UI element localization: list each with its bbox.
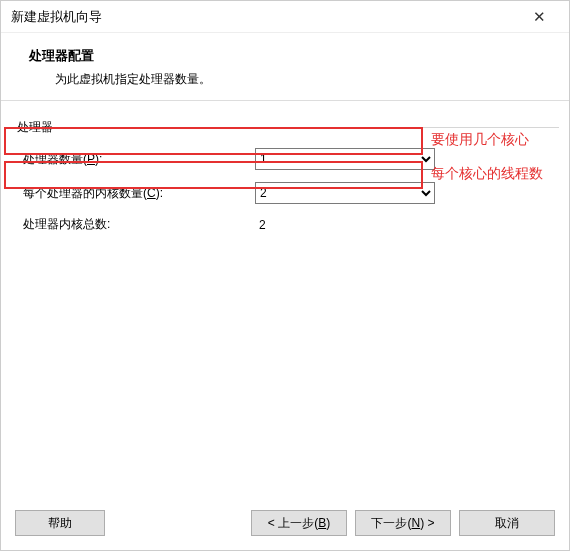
processor-count-label: 处理器数量(P): xyxy=(17,151,255,168)
titlebar: 新建虚拟机向导 ✕ xyxy=(1,1,569,33)
group-legend: 处理器 xyxy=(17,119,57,136)
wizard-header: 处理器配置 为此虚拟机指定处理器数量。 xyxy=(1,33,569,100)
help-button[interactable]: 帮助 xyxy=(15,510,105,536)
row-total-cores: 处理器内核总数: 2 xyxy=(17,216,559,233)
row-cores-per-processor: 每个处理器的内核数量(C): 2 xyxy=(17,182,559,204)
cores-per-processor-select[interactable]: 2 xyxy=(255,182,435,204)
total-cores-label: 处理器内核总数: xyxy=(17,216,255,233)
content-area: 处理器 处理器数量(P): 1 每个处理器的内核数量(C): 2 xyxy=(1,101,569,498)
page-title: 处理器配置 xyxy=(29,47,553,65)
window-title: 新建虚拟机向导 xyxy=(11,8,519,26)
close-icon[interactable]: ✕ xyxy=(519,8,559,26)
cores-per-processor-label: 每个处理器的内核数量(C): xyxy=(17,185,255,202)
page-subtitle: 为此虚拟机指定处理器数量。 xyxy=(29,71,553,88)
button-bar: 帮助 < 上一步(B) 下一步(N) > 取消 xyxy=(1,498,569,550)
wizard-window: 新建虚拟机向导 ✕ 处理器配置 为此虚拟机指定处理器数量。 处理器 处理器数量(… xyxy=(0,0,570,551)
annotation-text-1: 要使用几个核心 xyxy=(431,129,561,150)
annotation-text-2: 每个核心的线程数 xyxy=(431,163,561,184)
back-button[interactable]: < 上一步(B) xyxy=(251,510,347,536)
processor-count-control: 1 xyxy=(255,148,435,170)
cores-per-processor-control: 2 xyxy=(255,182,435,204)
total-cores-value: 2 xyxy=(255,218,435,232)
next-button[interactable]: 下一步(N) > xyxy=(355,510,451,536)
processor-count-select[interactable]: 1 xyxy=(255,148,435,170)
cancel-button[interactable]: 取消 xyxy=(459,510,555,536)
